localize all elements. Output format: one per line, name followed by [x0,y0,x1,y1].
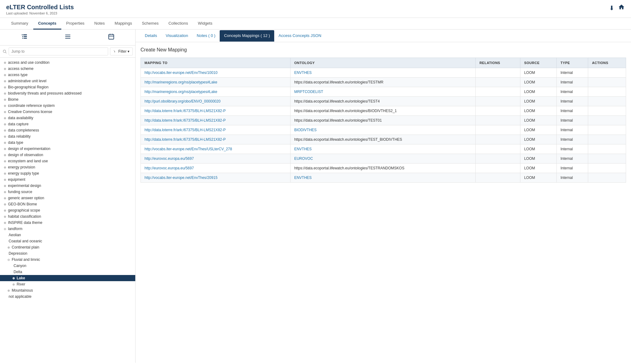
mapping-to-link[interactable]: http://data.loterre.fr/ark:/67375/BLH-LM… [145,109,226,113]
tab-mappings[interactable]: Mappings [110,18,137,30]
cell-relations [476,135,520,144]
sidebar-search-row: Filter ▾ [0,46,135,58]
mapping-to-link[interactable]: http://vocabs.lter-europe.net/EnvThes/10… [145,71,218,75]
cell-ontology: ENVTHES [290,173,475,183]
mapping-to-link[interactable]: http://purl.obolibrary.org/obo/ENVO_0000… [145,99,221,103]
cell-mapping-to: http://vocabs.lter-europe.net/EnvThes/20… [141,173,291,183]
ontology-link[interactable]: ENVTHES [294,71,312,75]
tab-access-concepts-json[interactable]: Access Concepts JSON [274,30,326,42]
list-item[interactable]: ⊕Biome [0,96,135,103]
list-item[interactable]: ⊕experimental design [0,183,135,189]
filter-button[interactable]: Filter ▾ [110,47,133,55]
mapping-to-link[interactable]: http://data.loterre.fr/ark:/67375/BLH-LM… [145,118,226,123]
list-item[interactable]: ⊕ecosystem and land use [0,158,135,164]
cell-mapping-to: http://marineregions.org/ns/placetypes#L… [141,78,291,87]
search-icon [2,49,7,54]
ontology-link[interactable]: ENVTHES [294,147,312,151]
list-item[interactable]: ⊕data type [0,140,135,146]
cell-source: LOOM [520,87,557,97]
tab-notes[interactable]: Notes [89,18,110,30]
table-row: http://vocabs.lter-europe.net/EnvThes/10… [141,68,626,78]
list-item[interactable]: ⊕data availability [0,115,135,121]
list-item[interactable]: ⊕habitat classification [0,213,135,220]
content-body: Create New Mapping MAPPING TO ONTOLOGY R… [136,42,631,188]
tab-notes-content[interactable]: Notes ( 0 ) [193,30,220,42]
table-row: http://vocabs.lter-europe.net/EnvThes/20… [141,173,626,183]
list-item[interactable]: ⊕biodiversity threats and pressures addr… [0,90,135,96]
ontology-link[interactable]: BIODIVTHES [294,128,317,132]
tab-widgets[interactable]: Widgets [193,18,217,30]
list-item[interactable]: ⊕funding source [0,189,135,195]
download-icon[interactable]: ⬇ [609,4,614,12]
list-item[interactable]: ⊕access type [0,72,135,78]
cell-source: LOOM [520,97,557,106]
header-actions: ⬇ [609,4,625,12]
mapping-to-link[interactable]: http://marineregions.org/ns/placetypes#L… [145,80,217,84]
list-item-landform[interactable]: ⊖landform [0,226,135,232]
tab-details[interactable]: Details [140,30,161,42]
svg-rect-9 [108,34,114,39]
list-item[interactable]: ⊕Creative Commons license [0,109,135,115]
search-input[interactable] [9,47,108,55]
list-item[interactable]: ⊕geographical scope [0,207,135,213]
tree-view-icon[interactable] [18,32,30,43]
list-item[interactable]: ⊕INSPIRE data theme [0,220,135,226]
col-actions: ACTIONS [588,58,626,68]
ontology-link[interactable]: EUROVOC [294,156,313,161]
list-item[interactable]: ⊕access and use condition [0,59,135,66]
list-item[interactable]: ⊕generic answer option [0,195,135,201]
tab-collections[interactable]: Collections [164,18,193,30]
mapping-to-link[interactable]: http://data.loterre.fr/ark:/67375/BLH-LM… [145,137,226,142]
svg-rect-6 [65,35,70,35]
list-view-icon[interactable] [62,32,74,43]
tab-summary[interactable]: Summary [6,18,33,30]
mapping-to-link[interactable]: http://vocabs.lter-europe.net/EnvThes/20… [145,176,218,180]
list-item[interactable]: ⊕energy provision [0,164,135,170]
list-item-aeolian[interactable]: Aeolian [0,232,135,238]
col-type: TYPE [557,58,588,68]
ontology-link[interactable]: MRPTCODELIST [294,90,323,94]
app-title: eLTER Controlled Lists [6,4,74,11]
tab-concepts-mappings[interactable]: Concepts Mappings ( 12 ) [220,30,274,42]
list-item-delta[interactable]: Delta [0,269,135,275]
list-item[interactable]: ⊕equipment [0,176,135,183]
list-item-depression[interactable]: Depression [0,250,135,257]
list-item-river[interactable]: ⊕River [0,281,135,287]
tab-concepts[interactable]: Concepts [33,18,61,30]
list-item[interactable]: ⊕energy supply type [0,170,135,176]
cell-source: LOOM [520,173,557,183]
list-item[interactable]: ⊕administrative unit level [0,78,135,84]
mapping-to-link[interactable]: http://eurovoc.europa.eu/5697 [145,156,194,161]
list-item-continental[interactable]: ⊕Continental plain [0,244,135,250]
list-item[interactable]: ⊕data reliability [0,133,135,140]
list-item[interactable]: ⊕design of observation [0,152,135,158]
list-item[interactable]: ⊕data capture [0,121,135,127]
list-item-not-applicable[interactable]: not applicable [0,293,135,300]
cell-mapping-to: http://eurovoc.europa.eu/5697 [141,154,291,164]
list-item-coastal[interactable]: Coastal and oceanic [0,238,135,244]
calendar-view-icon[interactable] [105,32,117,43]
list-item[interactable]: ⊕Bio-geographical Region [0,84,135,90]
mapping-to-link[interactable]: http://vocabs.lter-europe.net/EnvThes/US… [145,147,232,151]
list-item[interactable]: ⊕access scheme [0,66,135,72]
list-item[interactable]: ⊕design of experimentation [0,146,135,152]
tab-visualization[interactable]: Visualization [161,30,193,42]
ontology-link[interactable]: ENVTHES [294,176,312,180]
list-item-mountainous[interactable]: ⊕Mountainous [0,287,135,293]
list-item-fluvial[interactable]: ⊖Fluvial and limnic [0,257,135,263]
tab-properties[interactable]: Properties [61,18,89,30]
list-item[interactable]: ⊕GEO-BON Biome [0,201,135,207]
list-item-lake[interactable]: ⊕Lake [0,275,135,281]
cell-relations [476,87,520,97]
home-icon[interactable] [618,4,625,12]
mapping-to-link[interactable]: http://marineregions.org/ns/placetypes#L… [145,90,217,94]
tab-schemes[interactable]: Schemes [137,18,163,30]
mapping-to-link[interactable]: http://eurovoc.europa.eu/5697 [145,166,194,170]
table-row: http://eurovoc.europa.eu/5697EUROVOCLOOM… [141,154,626,164]
list-item-canyon[interactable]: Canyon [0,263,135,269]
cell-source: LOOM [520,125,557,135]
list-item[interactable]: ⊕data completeness [0,127,135,133]
mapping-to-link[interactable]: http://data.loterre.fr/ark:/67375/BLH-LM… [145,128,226,132]
cell-ontology: https://data.ecoportal.lifewatch.eu/onto… [290,106,475,116]
list-item[interactable]: ⊕coordinate reference system [0,103,135,109]
